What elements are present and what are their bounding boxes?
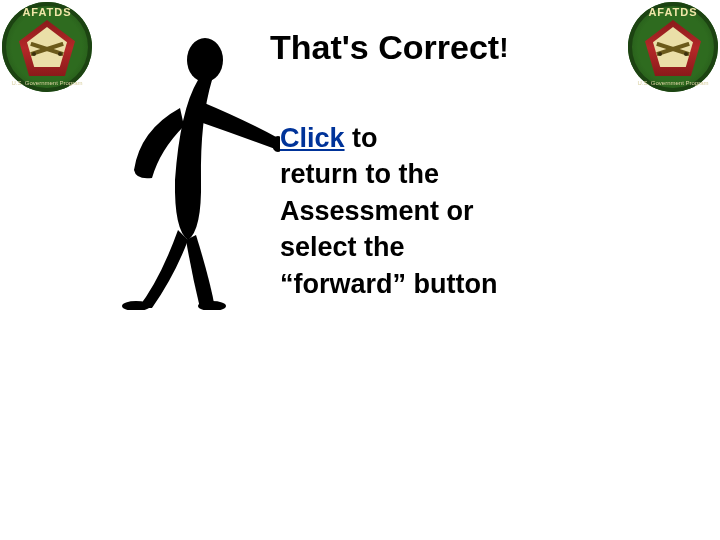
logo-bottom-text: U.S. Government Program: [2, 80, 92, 86]
line1-rest: to: [345, 123, 378, 153]
crossed-cannons-icon: [656, 42, 690, 56]
svg-point-7: [684, 52, 688, 56]
instruction-line-4: select the: [280, 229, 497, 265]
title-exclaim: !: [499, 32, 508, 63]
instruction-line-3: Assessment or: [280, 193, 497, 229]
logo-top-text: AFATDS: [2, 6, 92, 18]
logo-circle: AFATDS U.S. Government Program: [2, 2, 92, 92]
svg-point-8: [187, 38, 223, 82]
crossed-cannons-icon: [30, 42, 64, 56]
logo-circle: AFATDS U.S. Government Program: [628, 2, 718, 92]
instruction-line-1: Click to: [280, 120, 497, 156]
instruction-line-5: “forward” button: [280, 266, 497, 302]
instruction-line-2: return to the: [280, 156, 497, 192]
instruction-text: Click to return to the Assessment or sel…: [280, 120, 497, 302]
afatds-logo-right: AFATDS U.S. Government Program: [628, 2, 718, 92]
click-link[interactable]: Click: [280, 123, 345, 153]
slide-title: That's Correct!: [270, 28, 508, 67]
svg-point-2: [32, 52, 36, 56]
pointing-figure-icon: [80, 30, 280, 310]
title-text: That's Correct: [270, 28, 499, 66]
afatds-logo-left: AFATDS U.S. Government Program: [2, 2, 92, 92]
bullet-icon: [258, 134, 266, 142]
svg-point-6: [658, 52, 662, 56]
svg-point-3: [58, 52, 62, 56]
logo-top-text: AFATDS: [628, 6, 718, 18]
slide-container: AFATDS U.S. Government Program AFATDS: [0, 0, 720, 540]
logo-bottom-text: U.S. Government Program: [628, 80, 718, 86]
